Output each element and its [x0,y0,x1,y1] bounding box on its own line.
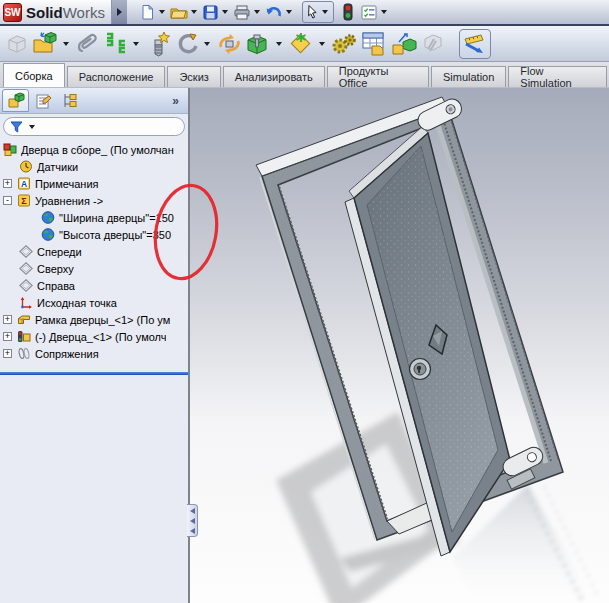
insert-component-icon[interactable] [32,31,59,57]
feature-manager-panel: » Дверца в сборе_ (По умолчан Датчики + … [0,88,190,603]
expand-plus-icon[interactable]: + [3,315,12,324]
bill-of-materials-icon[interactable] [360,31,388,57]
tree-item-equation-width[interactable]: "Ширина дверцы"=150 [0,209,186,226]
tree-item-label: Уравнения -> [35,195,103,207]
dropdown-arrow[interactable] [322,10,328,14]
title-bar: SW SolidWorks [0,0,609,26]
dropdown-arrow[interactable] [286,10,292,14]
dropdown-arrow[interactable] [319,42,325,46]
tab-flow-simulation[interactable]: Flow Simulation [508,66,607,87]
dropdown-arrow[interactable] [29,125,35,129]
motion-gears-icon[interactable] [331,31,358,57]
tab-office-products[interactable]: Продукты Office [327,66,429,87]
expand-plus-icon[interactable]: + [3,179,12,188]
door-lock [410,359,431,380]
dropdown-arrow[interactable] [254,10,260,14]
move-component-icon[interactable] [174,31,200,57]
graphics-viewport[interactable] [190,88,609,603]
tree-item-mates[interactable]: + Сопряжения [0,345,186,362]
brand-bold: Solid [26,4,63,21]
tree-item-label: Спереди [37,246,82,258]
open-document-icon[interactable] [170,4,188,21]
equation-height-label: "Высота дверцы"=350 [59,229,171,241]
brand-light: Works [63,4,105,21]
tree-item-front-plane[interactable]: Спереди [0,243,186,260]
tree-item-assembly-root[interactable]: Дверца в сборе_ (По умолчан [0,141,186,158]
tab-simulation[interactable]: Simulation [431,66,506,87]
filter-funnel-icon [10,121,23,133]
measure-icon [462,32,488,56]
dropdown-arrow[interactable] [276,42,282,46]
tab-sketch[interactable]: Эскиз [167,66,220,87]
tree-item-origin[interactable]: Исходная точка [0,294,186,311]
tools-disabled-icon [420,31,447,57]
arrow-right-icon [117,8,122,16]
dropdown-arrow[interactable] [191,10,197,14]
mate-icon[interactable] [103,31,129,57]
svg-text:A: A [21,179,27,189]
dropdown-arrow[interactable] [159,10,165,14]
sensors-icon [19,160,33,173]
dropdown-arrow[interactable] [204,42,210,46]
dropdown-arrow[interactable] [63,42,69,46]
tab-layout[interactable]: Расположение [67,66,166,87]
expand-plus-icon[interactable]: + [3,349,12,358]
rotate-component-icon[interactable] [216,31,243,57]
assembly-toolbar [0,26,609,62]
save-icon[interactable] [202,4,219,21]
tab-feature-manager[interactable] [2,89,29,112]
tree-filter-input[interactable] [3,117,185,136]
app-title: SolidWorks [26,4,105,21]
property-manager-icon [34,92,52,109]
tree-item-label: Справа [37,280,75,292]
door-assembly-model [190,88,609,603]
command-manager-tabs: Сборка Расположение Эскиз Анализировать … [0,62,609,88]
print-icon[interactable] [233,4,251,21]
tree-item-top-plane[interactable]: Сверху [0,260,186,277]
insert-part-disabled-icon [5,31,30,57]
undo-icon[interactable] [265,4,283,21]
dropdown-arrow[interactable] [133,42,139,46]
reference-geometry-icon[interactable] [288,31,315,57]
tab-evaluate[interactable]: Анализировать [223,66,325,87]
tree-item-annotations[interactable]: + A Примечания [0,175,186,192]
attachment-icon[interactable] [75,31,101,57]
tab-property-manager[interactable] [29,89,56,112]
tree-item-label: Исходная точка [37,297,117,309]
collapse-arrow-icon [190,518,195,524]
plane-icon [19,245,33,258]
annotations-icon: A [17,177,31,190]
expand-plus-icon[interactable]: + [3,332,12,341]
dropdown-arrow[interactable] [381,10,387,14]
tree-item-equation-height[interactable]: "Высота дверцы"=350 [0,226,186,243]
tree-item-label: Сопряжения [35,348,99,360]
panel-overflow-chevron[interactable]: » [172,94,179,108]
tab-assembly[interactable]: Сборка [3,63,65,87]
assembly-features-icon[interactable] [245,31,272,57]
dropdown-arrow[interactable] [222,10,228,14]
collapse-minus-icon[interactable]: - [3,196,12,205]
tree-item-right-plane[interactable]: Справа [0,277,186,294]
equation-width-label: "Ширина дверцы"=150 [59,212,174,224]
tree-item-component-frame[interactable]: + Рамка дверцы_<1> (По ум [0,311,186,328]
standard-toolbar [139,1,391,23]
smart-fasteners-icon[interactable] [145,31,172,57]
feature-tree: Дверца в сборе_ (По умолчан Датчики + A … [0,141,186,362]
tree-item-label: Рамка дверцы_<1> (По ум [35,314,170,326]
globe-icon [41,228,55,241]
tab-configuration-manager[interactable] [56,89,83,112]
part-lightweight-icon [17,330,31,343]
tree-item-component-door[interactable]: + (-) Дверца_<1> (По умолч [0,328,186,345]
select-tool-button[interactable] [302,1,334,23]
tree-item-equations[interactable]: - Σ Уравнения -> [0,192,186,209]
panel-collapse-grip[interactable] [187,504,198,537]
tree-item-sensors[interactable]: Датчики [0,158,186,175]
traffic-light-icon[interactable] [340,3,355,21]
exploded-view-icon[interactable] [390,31,418,57]
tree-item-label: Дверца в сборе_ (По умолчан [21,144,174,156]
task-pane-icon[interactable] [360,4,378,21]
measure-tool-button[interactable] [459,29,491,59]
panel-splitter[interactable] [0,372,188,375]
new-document-icon[interactable] [139,4,156,21]
menu-expand-button[interactable] [111,0,127,24]
